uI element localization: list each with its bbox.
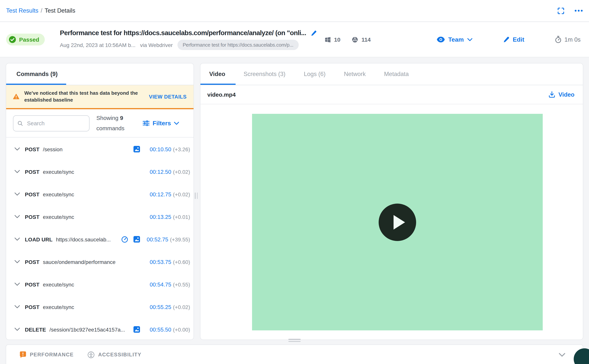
command-row[interactable]: POST execute/sync 00:55.25 (+0.02)	[6, 296, 194, 318]
command-delta: (+0.55)	[173, 281, 190, 287]
chevron-down-icon[interactable]	[14, 170, 20, 173]
warning-text: We've noticed that this test has data be…	[24, 90, 144, 104]
command-row[interactable]: POST sauce/ondemand/performance 00:53.75…	[6, 251, 194, 273]
command-time: 00:55.25	[150, 304, 171, 310]
command-timing: 00:13.25 (+0.01)	[145, 213, 190, 220]
showing-count: 9	[120, 115, 123, 121]
command-path: execute/sync	[43, 281, 74, 287]
command-row[interactable]: POST execute/sync 00:54.75 (+0.55)	[6, 273, 194, 296]
media-panel: VideoScreenshots (3)Logs (6)NetworkMetad…	[200, 63, 583, 340]
team-label: Team	[448, 36, 464, 43]
commands-tab-bar: Commands (9)	[6, 63, 194, 85]
test-via: via Webdriver	[140, 42, 173, 48]
commands-panel: Commands (9) We've noticed that this tes…	[6, 63, 194, 340]
command-path: /session/1bc927ee15ac4157a...	[49, 326, 125, 332]
command-path: https://docs.saucelab...	[56, 236, 111, 242]
command-row[interactable]: DELETE /session/1bc927ee15ac4157a... 00:…	[6, 318, 194, 340]
filters-dropdown[interactable]: Filters	[143, 120, 179, 127]
download-video-button[interactable]: Video	[549, 91, 575, 98]
test-header: Passed Performance test for https://docs…	[0, 22, 589, 57]
edit-test-button[interactable]: Edit	[503, 36, 524, 43]
expand-bottom-bar-chevron-icon[interactable]	[559, 353, 565, 357]
filters-icon	[143, 120, 150, 126]
command-row[interactable]: POST execute/sync 00:12.50 (+0.02)	[6, 160, 194, 183]
download-icon	[549, 91, 555, 98]
accessibility-label: ACCESSIBILITY	[98, 352, 141, 358]
chevron-down-icon[interactable]	[14, 238, 20, 241]
screenshot-icon[interactable]	[134, 146, 140, 152]
chevron-down-icon[interactable]	[14, 305, 20, 309]
test-details-page: Test Results/Test Details Passed Perform…	[0, 0, 589, 364]
tab-network[interactable]: Network	[344, 71, 366, 78]
test-date: Aug 22nd, 2023 at 10:56AM b...	[60, 42, 135, 48]
command-method: POST	[25, 281, 39, 287]
command-timing: 00:52.75 (+39.55)	[145, 236, 190, 243]
command-path: /session	[43, 146, 62, 152]
team-visibility-dropdown[interactable]: Team	[437, 36, 472, 43]
warning-icon	[13, 94, 19, 100]
top-bar: Test Results/Test Details	[0, 0, 589, 22]
search-icon	[18, 120, 23, 126]
breadcrumb-test-results-link[interactable]: Test Results	[6, 7, 38, 14]
play-button[interactable]	[379, 203, 416, 241]
pencil-icon	[503, 36, 509, 43]
tab-screenshots-3[interactable]: Screenshots (3)	[244, 71, 286, 78]
command-delta: (+39.55)	[170, 236, 190, 242]
command-timing: 00:10.50 (+3.26)	[145, 146, 190, 153]
test-duration: 1m 0s	[555, 36, 581, 43]
showing-count-text: Showing 9 commands	[96, 113, 128, 133]
command-method: DELETE	[25, 326, 46, 332]
tab-logs-6[interactable]: Logs (6)	[304, 71, 326, 78]
panel-resize-handle[interactable]	[195, 193, 198, 199]
search-box[interactable]	[13, 115, 89, 131]
more-options-icon[interactable]	[575, 10, 583, 12]
command-row[interactable]: LOAD URL https://docs.saucelab... 00:52.…	[6, 228, 194, 251]
screenshot-icon[interactable]	[134, 236, 140, 242]
video-file-name: video.mp4	[207, 91, 236, 98]
command-method: POST	[25, 146, 39, 152]
screenshot-icon[interactable]	[134, 326, 140, 333]
view-details-link[interactable]: VIEW DETAILS	[149, 94, 187, 99]
command-time: 00:52.75	[147, 236, 168, 242]
performance-section-toggle[interactable]: PERFORMANCE	[20, 351, 74, 358]
chevron-down-icon	[174, 122, 179, 125]
chevron-down-icon[interactable]	[14, 215, 20, 219]
command-row[interactable]: POST /session 00:10.50 (+3.26)	[6, 138, 194, 160]
eye-icon	[437, 37, 445, 42]
command-delta: (+3.26)	[173, 146, 190, 152]
command-delta: (+0.60)	[173, 259, 190, 265]
chevron-down-icon[interactable]	[14, 147, 20, 151]
edit-label: Edit	[513, 36, 524, 43]
command-row[interactable]: POST execute/sync 00:13.25 (+0.01)	[6, 206, 194, 228]
accessibility-section-toggle[interactable]: ACCESSIBILITY	[87, 351, 141, 358]
chevron-down-icon[interactable]	[14, 193, 20, 196]
breadcrumb-current: Test Details	[45, 7, 75, 14]
search-input[interactable]	[26, 120, 85, 127]
breadcrumb-separator: /	[41, 7, 42, 14]
commands-toolbar: Showing 9 commands Filters	[6, 109, 194, 137]
chevron-down-icon[interactable]	[14, 328, 20, 331]
video-player[interactable]	[252, 114, 543, 330]
command-method: POST	[25, 169, 39, 175]
active-tab-underline	[6, 84, 66, 85]
accessibility-icon	[87, 351, 94, 358]
chevron-down-icon[interactable]	[14, 260, 20, 264]
test-title: Performance test for https://docs.saucel…	[60, 29, 306, 37]
tab-commands[interactable]: Commands (9)	[16, 71, 58, 78]
bottom-panel-resize-handle[interactable]	[288, 339, 301, 342]
tab-metadata[interactable]: Metadata	[384, 71, 409, 78]
command-row[interactable]: POST execute/sync 00:12.75 (+0.02)	[6, 183, 194, 206]
command-path: execute/sync	[43, 169, 74, 175]
performance-icon[interactable]	[121, 236, 128, 243]
fullscreen-icon[interactable]	[557, 7, 564, 14]
chevron-down-icon[interactable]	[14, 283, 20, 286]
tab-video[interactable]: Video	[209, 71, 225, 78]
video-file-row: video.mp4 Video	[201, 85, 583, 104]
test-tag-pill: Performance test for https://docs.saucel…	[177, 40, 299, 50]
command-delta: (+0.02)	[173, 191, 190, 197]
edit-title-pencil-icon[interactable]	[311, 30, 317, 36]
command-path: execute/sync	[43, 191, 74, 197]
chevron-down-icon	[467, 38, 472, 41]
command-time: 00:54.75	[150, 281, 171, 287]
windows-icon	[325, 37, 331, 42]
